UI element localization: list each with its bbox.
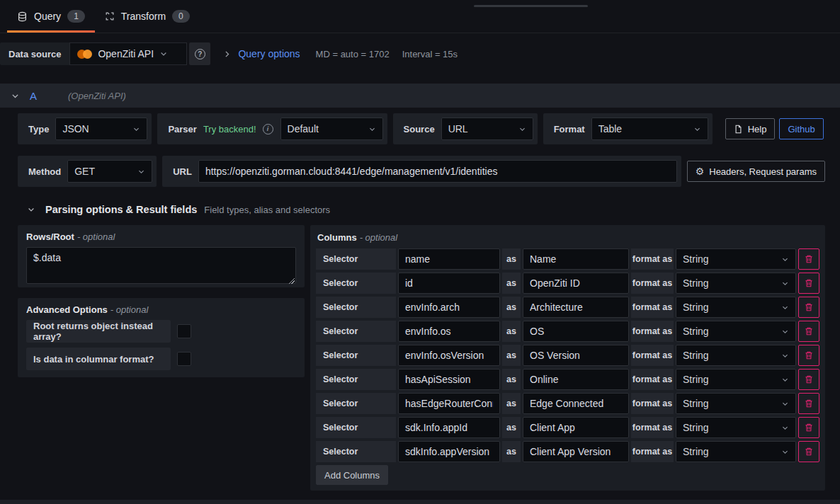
help-button[interactable]: Help	[725, 118, 776, 139]
format-field-group: Format Table	[543, 113, 713, 144]
selector-chip: Selector	[316, 248, 396, 270]
column-format-value: String	[683, 253, 709, 265]
alias-input[interactable]	[523, 441, 629, 462]
rows-root-input[interactable]	[26, 247, 296, 284]
type-select[interactable]: JSON	[55, 118, 147, 140]
column-format-select[interactable]: String	[676, 417, 796, 438]
query-tab-label: Query	[34, 11, 61, 22]
add-columns-button[interactable]: Add Columns	[316, 465, 388, 485]
column-row: Selector as format as String	[316, 369, 819, 390]
selector-input[interactable]	[398, 248, 500, 270]
column-row: Selector as format as String	[316, 393, 819, 414]
advanced-option-checkbox[interactable]	[177, 352, 191, 366]
as-chip: as	[502, 248, 521, 270]
datasource-name: OpenZiti API	[98, 48, 154, 59]
bottom-pane-edge	[0, 500, 840, 504]
selector-input[interactable]	[398, 441, 500, 462]
trash-icon	[804, 447, 814, 457]
question-circle-icon: ?	[195, 49, 205, 59]
column-format-select[interactable]: String	[676, 393, 796, 414]
tab-query[interactable]: Query 1	[7, 0, 95, 33]
parser-select[interactable]: Default	[280, 118, 383, 140]
advanced-option-checkbox[interactable]	[177, 324, 191, 338]
delete-column-button[interactable]	[798, 393, 819, 414]
collapse-query-icon[interactable]	[11, 91, 20, 101]
delete-column-button[interactable]	[798, 297, 819, 318]
advanced-option-label: Root returns object instead array?	[26, 320, 171, 343]
alias-input[interactable]	[523, 417, 629, 438]
column-format-value: String	[683, 398, 709, 409]
selector-input[interactable]	[398, 273, 500, 294]
query-editor-body: Type JSON Parser Try backend! i Default …	[0, 108, 840, 491]
query-options-summary: MD = auto = 1702	[316, 49, 390, 59]
github-button[interactable]: Github	[779, 118, 823, 139]
column-format-select[interactable]: String	[676, 297, 796, 318]
gear-icon: ⚙	[696, 166, 705, 176]
chevron-down-icon	[368, 125, 376, 133]
rows-root-label-text: Rows/Root	[26, 231, 74, 242]
delete-column-button[interactable]	[798, 248, 819, 270]
chevron-down-icon	[781, 304, 789, 311]
format-select[interactable]: Table	[591, 118, 708, 140]
as-chip: as	[502, 441, 521, 462]
format-as-chip: format as	[631, 393, 674, 414]
selector-input[interactable]	[398, 417, 500, 438]
column-format-value: String	[683, 326, 709, 337]
format-as-chip: format as	[631, 297, 674, 318]
chevron-down-icon	[781, 400, 789, 408]
column-format-select[interactable]: String	[676, 441, 796, 462]
datasource-help-button[interactable]: ?	[189, 42, 210, 65]
type-value: JSON	[62, 123, 89, 134]
rows-root-panel: Rows/Root- optional	[18, 225, 305, 287]
delete-column-button[interactable]	[798, 369, 819, 390]
datasource-picker[interactable]: OpenZiti API	[69, 42, 187, 65]
alias-input[interactable]	[523, 273, 629, 294]
trash-icon	[804, 399, 814, 408]
column-row: Selector as format as String	[316, 345, 819, 366]
selector-input[interactable]	[398, 321, 500, 342]
column-format-select[interactable]: String	[676, 369, 796, 390]
alias-input[interactable]	[523, 369, 629, 390]
columns-label: Columns- optional	[316, 231, 819, 248]
as-chip: as	[502, 273, 521, 294]
column-format-select[interactable]: String	[676, 321, 796, 342]
column-format-select[interactable]: String	[676, 248, 796, 270]
resize-handle-icon[interactable]	[288, 277, 295, 284]
delete-column-button[interactable]	[798, 273, 819, 294]
as-chip: as	[502, 369, 521, 390]
info-circle-icon[interactable]: i	[263, 124, 273, 134]
delete-column-button[interactable]	[798, 417, 819, 438]
delete-column-button[interactable]	[798, 345, 819, 366]
selector-input[interactable]	[398, 393, 500, 414]
pane-resize-handle[interactable]	[474, 5, 588, 7]
column-format-value: String	[683, 446, 709, 457]
delete-column-button[interactable]	[798, 321, 819, 342]
advanced-option-row: Is data in columnar format?	[26, 348, 296, 370]
source-select[interactable]: URL	[441, 118, 533, 140]
alias-input[interactable]	[523, 248, 629, 270]
query-options-interval: Interval = 15s	[402, 49, 458, 59]
selector-input[interactable]	[398, 345, 500, 366]
selector-input[interactable]	[398, 369, 500, 390]
alias-input[interactable]	[523, 345, 629, 366]
tab-transform[interactable]: Transform 0	[95, 0, 200, 33]
selector-input[interactable]	[398, 297, 500, 318]
delete-column-button[interactable]	[798, 441, 819, 462]
headers-params-button[interactable]: ⚙ Headers, Request params	[687, 161, 825, 182]
query-ref-id[interactable]: A	[30, 90, 37, 102]
selector-chip: Selector	[316, 393, 396, 414]
column-format-select[interactable]: String	[676, 273, 796, 294]
alias-input[interactable]	[523, 321, 629, 342]
column-format-select[interactable]: String	[676, 345, 796, 366]
source-value: URL	[448, 123, 468, 134]
method-select[interactable]: GET	[67, 160, 152, 183]
query-options-toggle[interactable]: Query options	[238, 48, 300, 59]
url-input[interactable]	[198, 160, 677, 183]
collapse-section-icon[interactable]	[27, 205, 35, 214]
alias-input[interactable]	[523, 297, 629, 318]
selector-chip: Selector	[316, 321, 396, 342]
selector-chip: Selector	[316, 441, 396, 462]
alias-input[interactable]	[523, 393, 629, 414]
url-label: URL	[166, 166, 198, 177]
datasource-bar: Data source OpenZiti API ? Query options…	[0, 42, 840, 65]
